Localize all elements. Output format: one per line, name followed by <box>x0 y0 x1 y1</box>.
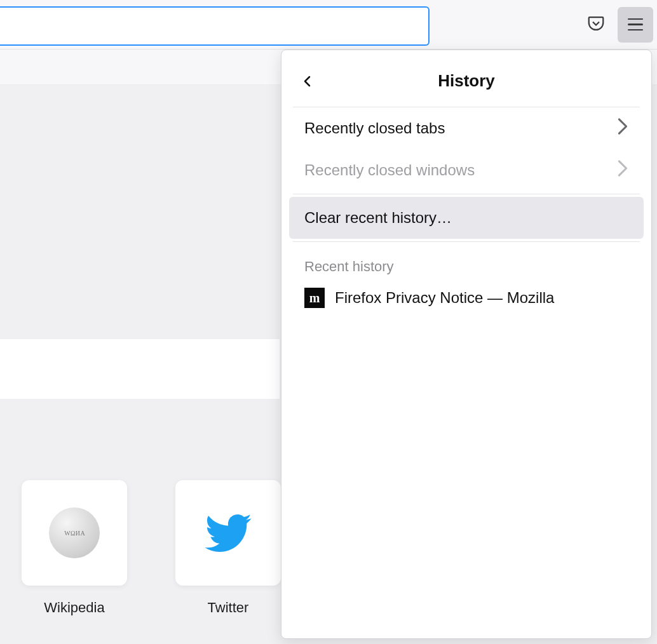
twitter-icon <box>203 507 254 558</box>
mozilla-favicon: m <box>304 288 325 308</box>
panel-title: History <box>293 71 640 91</box>
top-site-label: Wikipedia <box>44 600 104 616</box>
recently-closed-windows: Recently closed windows <box>293 149 640 191</box>
panel-back-button[interactable] <box>298 72 317 91</box>
recently-closed-tabs[interactable]: Recently closed tabs <box>293 107 640 149</box>
top-site-twitter[interactable]: Twitter <box>175 480 281 616</box>
menu-button[interactable] <box>618 7 653 43</box>
top-site-tile <box>175 480 281 586</box>
content-section-bar <box>0 339 280 399</box>
history-entry-title: Firefox Privacy Notice — Mozilla <box>335 289 554 307</box>
pocket-icon <box>586 14 606 36</box>
chevron-right-icon <box>617 117 628 139</box>
url-bar[interactable] <box>0 6 430 46</box>
menu-item-label: Recently closed tabs <box>304 119 445 137</box>
hamburger-icon <box>628 18 643 31</box>
menu-item-label: Recently closed windows <box>304 161 475 179</box>
top-site-tile: W Ω И A <box>22 480 127 586</box>
top-site-wikipedia[interactable]: W Ω И A Wikipedia <box>22 480 127 616</box>
history-entry[interactable]: m Firefox Privacy Notice — Mozilla <box>281 281 651 314</box>
history-panel: History Recently closed tabs Recently cl… <box>281 50 652 639</box>
chevron-right-icon <box>617 159 628 181</box>
recent-history-label: Recent history <box>281 245 651 281</box>
separator <box>293 194 640 194</box>
panel-header: History <box>293 55 640 107</box>
pocket-button[interactable] <box>578 7 614 43</box>
browser-toolbar <box>0 0 657 50</box>
top-site-label: Twitter <box>208 600 249 616</box>
chevron-left-icon <box>300 74 315 89</box>
separator <box>293 241 640 242</box>
clear-recent-history[interactable]: Clear recent history… <box>289 197 644 239</box>
wikipedia-icon: W Ω И A <box>49 507 100 558</box>
menu-item-label: Clear recent history… <box>304 209 452 227</box>
top-sites-row: W Ω И A Wikipedia Twitter <box>22 480 281 616</box>
